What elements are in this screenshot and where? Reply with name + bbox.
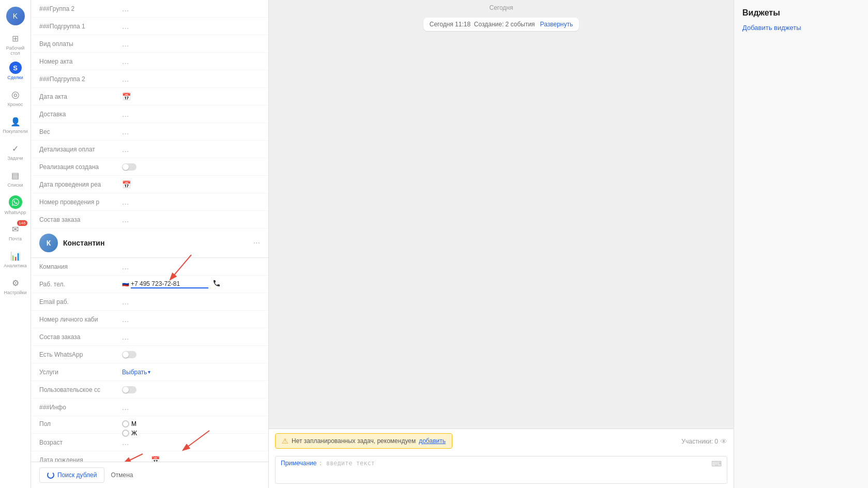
task-add-link[interactable]: добавить bbox=[419, 437, 446, 445]
field-label-custom: Пользовательское сс bbox=[39, 386, 122, 393]
field-label-company: Компания bbox=[39, 263, 122, 270]
field-value-realization-number[interactable]: ... bbox=[122, 197, 129, 207]
realization-date-calendar-icon[interactable]: 📅 bbox=[122, 180, 131, 189]
field-value-group2[interactable]: ... bbox=[122, 4, 129, 13]
field-label-realization-date: Дата проведения реа bbox=[39, 181, 122, 188]
left-nav: K ⊞ Рабочий стол S Сделки ◎ Кронос 👤 Пок… bbox=[0, 0, 31, 488]
chat-empty-space bbox=[269, 33, 734, 429]
field-row-realization-number: Номер проведения р ... bbox=[31, 193, 268, 211]
field-label-delivery: Доставка bbox=[39, 111, 122, 118]
nav-label-lists: Списки bbox=[8, 182, 23, 188]
note-prefix[interactable]: Примечание bbox=[281, 460, 316, 467]
search-spinner bbox=[47, 471, 54, 479]
act-date-calendar-icon[interactable]: 📅 bbox=[122, 93, 131, 101]
field-label-realization-number: Номер проведения р bbox=[39, 199, 122, 206]
nav-item-dashboard[interactable]: ⊞ Рабочий стол bbox=[3, 31, 28, 57]
field-label-gender: Пол bbox=[39, 420, 122, 428]
buyers-icon: 👤 bbox=[9, 115, 22, 128]
task-warning-text: Нет запланированных задач, рекомендуем bbox=[292, 437, 416, 445]
nav-item-whatsapp[interactable]: WhatsApp bbox=[3, 192, 28, 218]
field-row-email: Email раб. ... bbox=[31, 293, 268, 311]
field-row-weight: Вес ... bbox=[31, 123, 268, 141]
field-label-act-number: Номер акта bbox=[39, 58, 122, 65]
nav-item-analytics[interactable]: 📊 Аналитика bbox=[3, 246, 28, 272]
field-row-subgroup1: ###Подгруппа 1 ... bbox=[31, 18, 268, 35]
has-whatsapp-toggle[interactable] bbox=[122, 351, 136, 358]
field-label-act-date: Дата акта bbox=[39, 93, 122, 100]
search-dupes-button[interactable]: Поиск дублей bbox=[39, 467, 104, 483]
field-value-payment-detail[interactable]: ... bbox=[122, 145, 129, 154]
field-label-has-whatsapp: Есть WhatsApp bbox=[39, 351, 122, 358]
contact-more-icon[interactable]: ··· bbox=[253, 238, 260, 248]
phone-input[interactable] bbox=[131, 280, 208, 288]
field-label-phone: Раб. тел. bbox=[39, 281, 122, 288]
field-label-order-composition: Состав заказа bbox=[39, 216, 122, 223]
field-value-email[interactable]: ... bbox=[122, 297, 129, 307]
eye-icon: 👁 bbox=[720, 437, 727, 446]
nav-item-settings[interactable]: ⚙ Настройки bbox=[3, 273, 28, 299]
field-row-payment-detail: Детализация оплат ... bbox=[31, 141, 268, 158]
warning-icon: ⚠ bbox=[282, 437, 288, 445]
nav-label-analytics: Аналитика bbox=[4, 263, 27, 268]
field-value-info[interactable]: ... bbox=[122, 403, 129, 412]
note-textarea[interactable] bbox=[318, 460, 711, 480]
gender-male-row[interactable]: М bbox=[122, 420, 137, 428]
field-row-delivery: Доставка ... bbox=[31, 105, 268, 123]
nav-badge-mail: 146 bbox=[17, 220, 27, 226]
analytics-icon: 📊 bbox=[9, 250, 22, 262]
field-value-act-number[interactable]: ... bbox=[122, 57, 129, 66]
nav-label-dashboard: Рабочий стол bbox=[3, 45, 28, 56]
nav-item-lists[interactable]: ▤ Списки bbox=[3, 165, 28, 191]
contact-name: Константин bbox=[63, 239, 248, 247]
field-value-company[interactable]: ... bbox=[122, 262, 129, 271]
field-label-email: Email раб. bbox=[39, 298, 122, 306]
services-select[interactable]: Выбрать ▾ bbox=[122, 369, 150, 376]
field-value-age[interactable]: ... bbox=[122, 438, 129, 447]
field-row-payment-type: Вид оплаты ... bbox=[31, 35, 268, 53]
field-row-custom: Пользовательское сс bbox=[31, 381, 268, 399]
chat-event-expand-link[interactable]: Развернуть bbox=[540, 21, 573, 28]
field-label-age: Возраст bbox=[39, 439, 122, 446]
nav-item-deals[interactable]: S Сделки bbox=[3, 58, 28, 84]
nav-item-tasks[interactable]: ✓ Задачи bbox=[3, 139, 28, 164]
field-value-payment-type[interactable]: ... bbox=[122, 39, 129, 49]
gender-male-radio[interactable] bbox=[122, 420, 129, 428]
nav-avatar-item[interactable]: K bbox=[3, 4, 28, 30]
chat-bottom-bar: ⚠ Нет запланированных задач, рекомендуем… bbox=[269, 429, 734, 488]
field-value-subgroup1[interactable]: ... bbox=[122, 22, 129, 31]
field-value-order-composition[interactable]: ... bbox=[122, 215, 129, 224]
realization-created-toggle[interactable] bbox=[122, 163, 136, 171]
lists-icon: ▤ bbox=[9, 169, 22, 181]
cancel-button[interactable]: Отмена bbox=[111, 471, 133, 479]
field-row-age: Возраст ... bbox=[31, 434, 268, 451]
nav-label-buyers: Покупатели bbox=[3, 129, 28, 134]
widgets-title: Виджеты bbox=[742, 8, 860, 18]
field-row-order-composition: Состав заказа ... bbox=[31, 211, 268, 228]
field-value-cabinet[interactable]: ... bbox=[122, 315, 129, 324]
field-row-order-comp2: Состав заказа ... bbox=[31, 328, 268, 346]
field-row-realization-date: Дата проведения реа 📅 bbox=[31, 176, 268, 193]
nav-item-buyers[interactable]: 👤 Покупатели bbox=[3, 112, 28, 138]
nav-label-kronos: Кронос bbox=[8, 102, 23, 107]
right-panel: Виджеты Добавить виджеты bbox=[734, 0, 868, 488]
gender-male-label: М bbox=[131, 420, 136, 428]
nav-item-kronos[interactable]: ◎ Кронос bbox=[3, 85, 28, 111]
dashboard-icon: ⊞ bbox=[9, 32, 22, 44]
field-row-act-date: Дата акта 📅 bbox=[31, 88, 268, 105]
field-row-gender: Пол М Ж bbox=[31, 416, 268, 434]
field-value-delivery[interactable]: ... bbox=[122, 110, 129, 119]
add-widget-link[interactable]: Добавить виджеты bbox=[742, 24, 801, 32]
chat-event-text: Сегодня 11:18 Создание: 2 события bbox=[430, 21, 539, 28]
field-label-payment-type: Вид оплаты bbox=[39, 40, 122, 48]
nav-item-mail[interactable]: ✉ 146 Почта bbox=[3, 219, 28, 245]
field-value-weight[interactable]: ... bbox=[122, 127, 129, 136]
nav-label-tasks: Задачи bbox=[7, 156, 23, 161]
field-label-order-comp2: Состав заказа bbox=[39, 333, 122, 341]
field-row-info: ###Инфо ... bbox=[31, 399, 268, 416]
field-value-order-comp2[interactable]: ... bbox=[122, 332, 129, 342]
field-label-weight: Вес bbox=[39, 128, 122, 135]
phone-call-icon[interactable] bbox=[212, 279, 221, 289]
custom-toggle[interactable] bbox=[122, 386, 136, 393]
participants-label: Участники: 0 bbox=[681, 438, 718, 445]
field-value-subgroup2[interactable]: ... bbox=[122, 74, 129, 84]
